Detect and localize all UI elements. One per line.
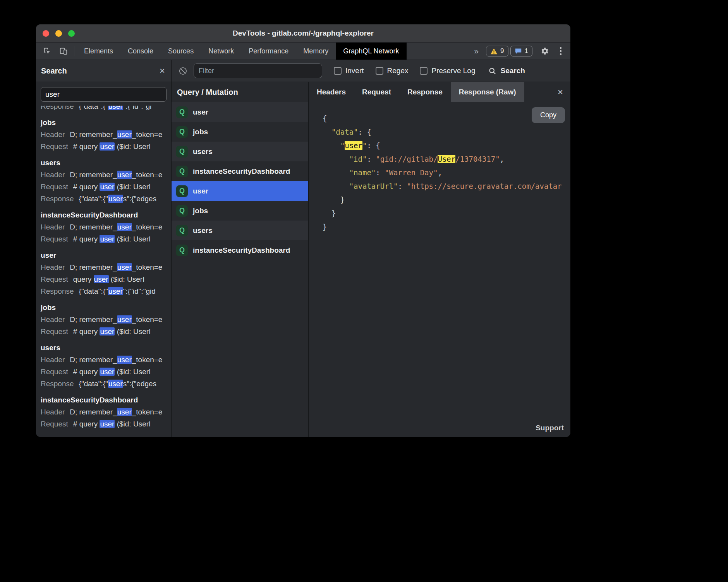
- detail-tab-headers[interactable]: Headers: [309, 82, 354, 102]
- search-result-title[interactable]: users: [41, 157, 171, 169]
- search-result-line[interactable]: HeaderD; remember_user_token=e: [41, 221, 171, 233]
- settings-gear-icon[interactable]: [538, 45, 551, 57]
- panel-toolbar-row: Search × InvertRegexPreserve Log Search: [36, 60, 570, 82]
- search-result-title[interactable]: users: [41, 342, 171, 354]
- search-match-highlight: user: [345, 141, 362, 150]
- json-token: [323, 182, 349, 190]
- inspect-element-icon[interactable]: [41, 45, 54, 57]
- query-row-user[interactable]: Quser: [172, 181, 308, 201]
- devtools-tab-memory[interactable]: Memory: [296, 43, 336, 60]
- search-result-text: D; remember_: [70, 171, 117, 179]
- search-result-line-kind: Response: [41, 195, 74, 203]
- search-result-line[interactable]: Requestquery user ($id: UserI: [41, 273, 171, 285]
- devtools-tab-performance[interactable]: Performance: [241, 43, 296, 60]
- devtools-tab-sources[interactable]: Sources: [161, 43, 201, 60]
- search-result-title[interactable]: instanceSecurityDashboard: [41, 209, 171, 221]
- query-row-users[interactable]: Qusers: [172, 142, 308, 161]
- search-result-line[interactable]: HeaderD; remember_user_token=e: [41, 169, 171, 181]
- search-result-line[interactable]: Request# query user ($id: UserI: [41, 418, 171, 430]
- query-row-users[interactable]: Qusers: [172, 221, 308, 240]
- search-panel-close-icon[interactable]: ×: [160, 66, 165, 75]
- toolbar-search[interactable]: Search: [488, 67, 525, 75]
- devtools-tab-graphql-network[interactable]: GraphQL Network: [336, 43, 406, 60]
- search-result-line[interactable]: Request# query user ($id: UserI: [41, 181, 171, 193]
- query-row-instancesecuritydashboard[interactable]: QinstanceSecurityDashboard: [172, 161, 308, 181]
- filter-input[interactable]: [194, 63, 322, 78]
- response-json-code: { "data": { "user": { "id": "gid://gitla…: [323, 112, 570, 234]
- devtools-right-icons: » 9 1: [472, 43, 570, 60]
- messages-badge[interactable]: 1: [510, 46, 532, 56]
- search-match-highlight: user: [108, 195, 123, 203]
- search-result-line[interactable]: Response{"data":{"users":{"edges: [41, 193, 171, 205]
- search-result-line[interactable]: Response{"data":{"user":{"id":"gi: [41, 106, 171, 112]
- detail-tabs-row: HeadersRequestResponseResponse (Raw) ×: [309, 82, 570, 102]
- search-match-highlight: user: [117, 356, 132, 364]
- checkbox-invert[interactable]: Invert: [334, 67, 364, 75]
- search-result-title[interactable]: jobs: [41, 116, 171, 128]
- search-result-line-kind: Request: [41, 142, 68, 151]
- close-window-button[interactable]: [43, 30, 49, 37]
- search-result-line-kind: Request: [41, 368, 68, 376]
- devtools-tab-elements[interactable]: Elements: [77, 43, 120, 60]
- detail-tab-response-raw[interactable]: Response (Raw): [451, 82, 524, 102]
- search-result-text: # query: [73, 183, 100, 191]
- issue-badges: 9 1: [486, 46, 532, 56]
- search-result-line[interactable]: HeaderD; remember_user_token=e: [41, 261, 171, 273]
- search-result-text: _token=e: [132, 171, 163, 179]
- search-input[interactable]: [41, 87, 167, 102]
- json-token: "data": [331, 128, 358, 136]
- filter-options: InvertRegexPreserve Log: [322, 67, 475, 75]
- minimize-window-button[interactable]: [55, 30, 62, 37]
- detail-tab-strip: HeadersRequestResponseResponse (Raw): [309, 82, 524, 102]
- preserve-log-checkbox-box[interactable]: [420, 67, 428, 75]
- query-row-jobs[interactable]: Qjobs: [172, 201, 308, 221]
- detail-tab-request[interactable]: Request: [354, 82, 399, 102]
- kebab-menu-icon[interactable]: [557, 45, 564, 57]
- support-link[interactable]: Support: [536, 424, 564, 432]
- search-match-highlight: user: [100, 368, 115, 376]
- json-token: ": [340, 141, 345, 150]
- toolbar-divider: [74, 46, 74, 56]
- json-token: "https://secure.gravatar.com/avatar: [407, 182, 561, 190]
- search-result-title[interactable]: instanceSecurityDashboard: [41, 394, 171, 406]
- search-result-line[interactable]: HeaderD; remember_user_token=e: [41, 406, 171, 418]
- search-result-line[interactable]: Request# query user ($id: UserI: [41, 233, 171, 245]
- search-result-line[interactable]: HeaderD; remember_user_token=e: [41, 354, 171, 366]
- query-row-label: instanceSecurityDashboard: [193, 167, 290, 176]
- search-result-title[interactable]: user: [41, 249, 171, 261]
- devtools-tab-console[interactable]: Console: [120, 43, 161, 60]
- detail-close-icon[interactable]: ×: [550, 82, 570, 102]
- invert-checkbox-box[interactable]: [334, 67, 342, 75]
- search-result-line-kind: Request: [41, 420, 68, 428]
- search-icon: [488, 67, 496, 75]
- warning-icon: [490, 48, 498, 55]
- checkbox-preserve-log[interactable]: Preserve Log: [420, 67, 475, 75]
- search-result-title[interactable]: jobs: [41, 301, 171, 313]
- search-result-line[interactable]: Response{"data":{"user":{"id":"gid: [41, 285, 171, 297]
- search-result-line[interactable]: Request# query user ($id: UserI: [41, 325, 171, 337]
- copy-button[interactable]: Copy: [532, 107, 565, 123]
- zoom-window-button[interactable]: [68, 30, 75, 37]
- search-result-line[interactable]: Request# query user ($id: UserI: [41, 366, 171, 378]
- json-token: }: [323, 223, 327, 231]
- search-match-highlight: user: [117, 223, 132, 231]
- search-result-line[interactable]: Request# query user ($id: UserI: [41, 140, 171, 152]
- json-token: :: [376, 168, 385, 177]
- detail-tab-response[interactable]: Response: [399, 82, 451, 102]
- search-result-line[interactable]: Response{"data":{"users":{"edges: [41, 378, 171, 390]
- devtools-tab-network[interactable]: Network: [201, 43, 241, 60]
- search-result-line[interactable]: HeaderD; remember_user_token=e: [41, 128, 171, 140]
- query-row-user[interactable]: Quser: [172, 102, 308, 122]
- more-tabs-icon[interactable]: »: [472, 46, 480, 56]
- device-toolbar-icon[interactable]: [57, 45, 70, 57]
- clear-log-icon[interactable]: [179, 67, 187, 75]
- search-result-line[interactable]: HeaderD; remember_user_token=e: [41, 313, 171, 325]
- checkbox-regex[interactable]: Regex: [376, 67, 409, 75]
- query-row-jobs[interactable]: Qjobs: [172, 122, 308, 142]
- json-token: :: [398, 182, 407, 190]
- query-row-instancesecuritydashboard[interactable]: QinstanceSecurityDashboard: [172, 240, 308, 260]
- warnings-badge[interactable]: 9: [486, 46, 508, 56]
- regex-checkbox-box[interactable]: [376, 67, 383, 75]
- query-type-badge: Q: [176, 185, 188, 197]
- json-token: "Warren Day": [385, 168, 438, 177]
